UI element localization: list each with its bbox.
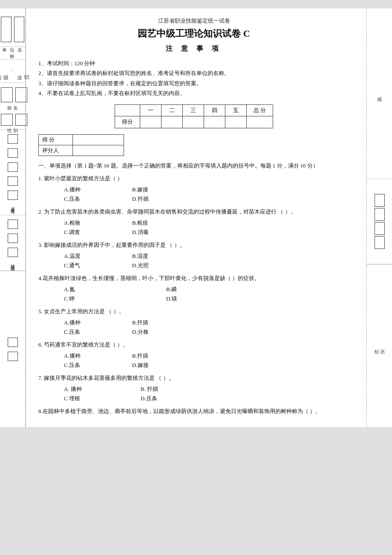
score-row-label: 得分 [115,116,140,128]
score-col-2: 二 [161,104,182,116]
right-sidebar: 感 区别 [366,9,392,427]
q7-options-row2: C 埋根 D.压条 [64,395,349,402]
right-label-distinction: 区别 [373,346,386,347]
small-score-table: 得 分 评分人 [38,134,124,156]
q1-options-row2: C.压条 D.扦插 [64,195,349,203]
question-2: 2. 为了防止危害苗木的各类病虫害、杂草随同苗木在销售和交流的过程中传播蔓延，对… [38,207,349,217]
q1-opt-a: A.播种 [64,186,132,194]
question-3: 3. 影响嫁接成活的外界因子中，起重要作用的因子是 （ ）。 [38,240,349,250]
sidebar-score-label: 准 考 证 号 [10,203,16,207]
q1-options-row1: A.播种 B.嫁接 [64,186,349,194]
main-content: 江苏省职业技能鉴定统一试卷 园艺中级工理论知识试卷 C 注 意 事 项 1、考试… [26,9,366,427]
q3-options-row2: C.通气 D.光照 [64,262,349,269]
q3-opt-a: A.温度 [64,252,132,260]
q6-opt-a: A.播种 [64,352,132,360]
small-score-box: 得 分 评分人 [38,134,349,156]
q1-opt-c: C.压条 [64,195,132,203]
q2-opt-a: A.检验 [64,219,132,227]
right-label-sense: 感 [376,93,383,94]
score-val-3[interactable] [182,116,204,128]
notice-title: 注 意 事 项 [38,44,349,53]
small-grader-label: 评分人 [39,145,73,156]
q4-opt-d: D.镁 [166,295,234,303]
question-8: 8.在园林中多植于路旁、池边、廊亭前后等地，以能形成绿荫供游人纳凉，避免日光曝晒… [38,407,349,416]
small-score-label: 得 分 [39,134,73,145]
q5-options-row2: C.压条 D.分株 [64,328,349,336]
q5-options-row1: A.播种 B.扦插 [64,319,349,327]
q5-opt-b: B.扦插 [132,319,200,327]
notice-item-1: 1、考试时间：120 分钟 [38,58,349,68]
q7-opt-d: D.压条 [141,395,209,402]
q1-opt-d: D.扦插 [132,195,200,203]
q5-opt-d: D.分株 [132,328,200,336]
q4-opt-a: A.氮 [64,286,132,293]
q6-opt-b: B.扦插 [132,352,200,360]
question-4: 4.花卉植株叶淡绿色，生长缓慢，茎细弱，叶小，下部叶黄化，少有脱落是缺（ ）的症… [38,274,349,283]
q2-opt-b: B.检疫 [132,219,200,227]
q6-opt-c: C.压条 [64,361,132,369]
notice-item-4: 4、不要在试卷上乱写乱画，不要在标封区填写无关的内容。 [38,88,349,98]
q4-options-row2: C.钾 D.镁 [64,295,349,303]
score-val-total[interactable] [246,116,273,128]
subtitle: 江苏省职业技能鉴定统一试卷 [38,17,349,25]
q1-opt-b: B.嫁接 [132,186,200,194]
q6-options-row1: A.播种 B.扦插 [64,352,349,360]
q3-opt-d: D.光照 [132,262,200,269]
score-val-4[interactable] [204,116,225,128]
q6-options-row2: C.压条 D.嫁接 [64,361,349,369]
q5-opt-a: A.播种 [64,319,132,327]
score-col-3: 三 [182,104,204,116]
score-table-wrapper: 一 二 三 四 五 总 分 得分 [38,104,349,128]
q4-opt-c: C.钾 [64,295,132,303]
score-col-4: 四 [204,104,225,116]
score-col-total: 总 分 [246,104,273,116]
q3-opt-b: B.湿度 [132,252,200,260]
sidebar-handle-label: 处 理 结 果 [10,260,16,264]
sidebar-name-label: 姓 名 [0,105,25,111]
score-val-5[interactable] [225,116,246,128]
score-col-1: 一 [140,104,161,116]
main-title: 园艺中级工理论知识试卷 C [38,27,349,40]
q2-options-row2: C.调查 D.消毒 [64,228,349,236]
notice-item-2: 2、请首先按要求再试卷的标封处填写您的姓名、准考证号和所在单位的名称。 [38,68,349,78]
q2-options-row1: A.检验 B.检疫 [64,219,349,227]
q7-opt-b: B. 扦插 [141,385,209,393]
question-5: 5. 女贞生产上常用的方法是 （ ）。 [38,307,349,316]
q4-opt-b: B.磷 [166,286,234,293]
q7-options-row1: A. 播种 B. 扦插 [64,385,349,393]
score-val-1[interactable] [140,116,161,128]
small-score-value[interactable] [73,134,124,145]
q2-opt-c: C.调查 [64,228,132,236]
notice-item-3: 3、请仔细阅读各种题目的回答要求，在规定的位置填写您的答案。 [38,78,349,88]
q4-options-row1: A.氮 B.磷 [64,286,349,293]
page: 单 位 名 称 职业·级别 姓 名 性 别 [0,9,392,427]
notice-items: 1、考试时间：120 分钟 2、请首先按要求再试卷的标封处填写您的姓名、准考证号… [38,58,349,98]
section1-title: 一、单项选择（第 1 题~第 10 题。选择一个正确的答案，将相应的字母填入题内… [38,161,349,171]
question-1: 1. 紫叶小檗最宜的繁殖方法是（ ） [38,174,349,183]
dashed-separator [26,9,26,427]
q5-opt-c: C.压条 [64,328,132,336]
score-table: 一 二 三 四 五 总 分 得分 [115,104,273,128]
q3-options-row1: A.温度 B.湿度 [64,252,349,260]
q3-opt-c: C.通气 [64,262,132,269]
small-grader-value[interactable] [73,145,124,156]
question-7: 7. 嫁接月季花的砧木多花蔷薇多用的繁殖方法是 （ ）。 [38,373,349,383]
left-sidebar: 单 位 名 称 职业·级别 姓 名 性 别 [0,9,26,427]
q7-opt-a: A. 播种 [64,385,141,393]
q7-opt-c: C 埋根 [64,395,141,402]
score-val-2[interactable] [161,116,182,128]
sidebar-unit-label: 单 位 名 称 [0,45,25,61]
score-col-5: 五 [225,104,246,116]
question-6: 6. 芍药通常不宜的繁殖方法是（ ）。 [38,340,349,350]
q6-opt-d: D.嫁接 [132,361,200,369]
score-col-empty [115,104,140,116]
q2-opt-d: D.消毒 [132,228,200,236]
